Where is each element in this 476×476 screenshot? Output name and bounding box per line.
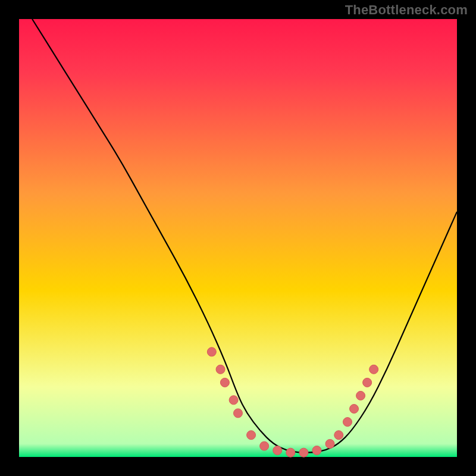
bottleneck-chart (0, 0, 476, 476)
data-dot (343, 418, 352, 427)
gradient-background (19, 19, 457, 457)
data-dot (247, 431, 256, 440)
data-dot (273, 446, 282, 455)
data-dot (312, 446, 321, 455)
data-dot (334, 431, 343, 440)
data-dot (234, 409, 243, 418)
data-dot (220, 378, 229, 387)
data-dot (356, 391, 365, 400)
data-dot (369, 365, 378, 374)
data-dot (299, 448, 308, 457)
data-dot (286, 448, 295, 457)
data-dot (207, 347, 216, 356)
data-dot (325, 439, 334, 448)
data-dot (229, 396, 238, 405)
data-dot (350, 405, 359, 414)
data-dot (216, 365, 225, 374)
data-dot (260, 441, 269, 450)
chart-frame: TheBottleneck.com (0, 0, 476, 476)
watermark-text: TheBottleneck.com (345, 2, 468, 18)
data-dot (363, 378, 372, 387)
